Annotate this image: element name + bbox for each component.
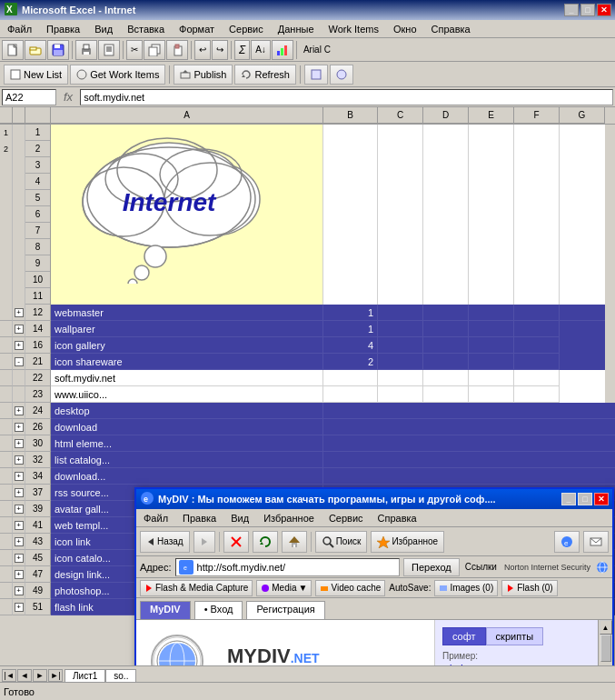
redo-button[interactable]: ↪ bbox=[212, 40, 228, 60]
cell-a12[interactable]: webmaster bbox=[51, 305, 323, 321]
next-sheet-button[interactable]: ► bbox=[33, 669, 47, 682]
level-2[interactable]: 2 bbox=[0, 141, 12, 157]
flash-count-button[interactable]: Flash (0) bbox=[501, 580, 557, 596]
extra-button-2[interactable] bbox=[330, 65, 353, 85]
expand-btn-12[interactable]: + bbox=[15, 308, 24, 317]
print-button[interactable] bbox=[75, 40, 97, 60]
cell-a34[interactable]: download... bbox=[51, 468, 323, 485]
close-button[interactable]: ✕ bbox=[597, 4, 611, 16]
prev-sheet-button[interactable]: ◄ bbox=[17, 669, 32, 682]
tab-register[interactable]: Регистрация bbox=[246, 601, 324, 619]
nav-extra-button[interactable]: e bbox=[554, 531, 580, 553]
back-button[interactable]: Назад bbox=[140, 531, 190, 553]
menu-tools[interactable]: Сервис bbox=[222, 22, 271, 36]
flash-capture-button[interactable]: Flash & Media Capture bbox=[140, 580, 253, 596]
scroll-thumb[interactable] bbox=[600, 635, 611, 662]
stop-button[interactable] bbox=[223, 531, 249, 553]
browser-menu-tools[interactable]: Сервис bbox=[322, 511, 371, 525]
get-work-items-button[interactable]: Get Work Items bbox=[70, 65, 165, 85]
level-1[interactable]: 1 bbox=[0, 125, 12, 141]
autosum-button[interactable]: Σ bbox=[234, 40, 250, 60]
cell-a30[interactable]: html eleme... bbox=[51, 435, 323, 452]
first-sheet-button[interactable]: |◄ bbox=[2, 669, 16, 682]
menu-workitems[interactable]: Work Items bbox=[322, 22, 386, 36]
browser-refresh-button[interactable] bbox=[253, 531, 278, 553]
expand-btn-14[interactable]: + bbox=[15, 325, 24, 334]
minimize-button[interactable]: _ bbox=[564, 4, 579, 16]
nav-mail-button[interactable] bbox=[583, 531, 609, 553]
video-cache-button[interactable]: Video cache bbox=[315, 580, 385, 596]
browser-menu-view[interactable]: Вид bbox=[223, 511, 256, 525]
browser-minimize-button[interactable]: _ bbox=[561, 493, 576, 505]
open-button[interactable] bbox=[25, 40, 46, 60]
expand-btn-16[interactable]: + bbox=[15, 341, 24, 350]
images-button[interactable]: Images (0) bbox=[434, 580, 498, 596]
example-value[interactable]: windows bbox=[442, 663, 481, 665]
go-button[interactable]: Переход bbox=[403, 558, 460, 576]
menu-edit[interactable]: Правка bbox=[39, 22, 87, 36]
new-button[interactable] bbox=[2, 40, 24, 60]
media-button[interactable]: Media ▼ bbox=[256, 580, 312, 596]
cell-a26[interactable]: download bbox=[51, 419, 323, 435]
cell-a14[interactable]: wallparer bbox=[51, 321, 323, 337]
name-box[interactable] bbox=[2, 89, 56, 105]
refresh-button[interactable]: Refresh bbox=[234, 65, 296, 85]
search-button[interactable]: Поиск bbox=[315, 531, 368, 553]
paste-button[interactable] bbox=[166, 40, 188, 60]
save-button[interactable] bbox=[47, 40, 69, 60]
sheet-tab-2[interactable]: so.. bbox=[105, 669, 136, 682]
cut-button[interactable]: ✂ bbox=[126, 40, 143, 60]
cell-a23[interactable]: www.uiico... bbox=[51, 386, 323, 403]
menu-format[interactable]: Формат bbox=[172, 22, 222, 36]
favorites-button[interactable]: Избранное bbox=[371, 531, 444, 553]
cell-a24[interactable]: desktop bbox=[51, 403, 323, 419]
expand-btn-21[interactable]: - bbox=[15, 357, 24, 366]
publish-button[interactable]: Publish bbox=[174, 65, 233, 85]
browser-menu-file[interactable]: Файл bbox=[136, 511, 175, 525]
tab-login[interactable]: • Вход bbox=[194, 601, 243, 619]
cell-b14[interactable]: 1 bbox=[323, 321, 378, 337]
copy-button[interactable] bbox=[144, 40, 165, 60]
sheet-tab-1[interactable]: Лист1 bbox=[64, 669, 105, 682]
menu-data[interactable]: Данные bbox=[271, 22, 322, 36]
browser-maximize-button[interactable]: □ bbox=[578, 493, 592, 505]
scroll-up-button[interactable]: ▲ bbox=[600, 620, 612, 635]
extra-button-1[interactable] bbox=[304, 65, 328, 85]
sort-asc-button[interactable]: A↓ bbox=[251, 40, 271, 60]
menu-view[interactable]: Вид bbox=[87, 22, 120, 36]
chart-button[interactable] bbox=[272, 40, 293, 60]
menu-help[interactable]: Справка bbox=[424, 22, 478, 36]
menu-window[interactable]: Окно bbox=[386, 22, 424, 36]
browser-menu-help[interactable]: Справка bbox=[371, 511, 424, 525]
maximize-button[interactable]: □ bbox=[580, 4, 595, 16]
soft-tab[interactable]: софт bbox=[442, 627, 486, 645]
menu-file[interactable]: Файл bbox=[0, 22, 39, 36]
scripts-tab[interactable]: скрипты bbox=[486, 627, 543, 645]
undo-button[interactable]: ↩ bbox=[194, 40, 211, 60]
browser-menu-favorites[interactable]: Избранное bbox=[256, 511, 322, 525]
address-value[interactable]: http://soft.mydiv.net/ bbox=[193, 562, 286, 573]
browser-menu-edit[interactable]: Правка bbox=[175, 511, 223, 525]
expand-col-16[interactable]: + bbox=[13, 337, 25, 354]
expand-col-21[interactable]: - bbox=[13, 354, 25, 370]
tab-mydiv[interactable]: MyDIV bbox=[140, 601, 191, 619]
cell-b12[interactable]: 1 bbox=[323, 305, 378, 321]
home-button[interactable] bbox=[282, 531, 307, 553]
cell-a22[interactable]: soft.mydiv.net bbox=[51, 370, 323, 386]
cell-b21[interactable]: 2 bbox=[323, 354, 378, 370]
forward-button[interactable] bbox=[193, 531, 215, 553]
browser-close-button[interactable]: ✕ bbox=[594, 493, 609, 505]
formula-input[interactable] bbox=[80, 89, 613, 105]
app-icon: X bbox=[4, 2, 18, 18]
cell-a32[interactable]: list catalog... bbox=[51, 452, 323, 468]
cell-a21[interactable]: icon shareware bbox=[51, 354, 323, 370]
expand-col-14[interactable]: + bbox=[13, 321, 25, 337]
last-sheet-button[interactable]: ►| bbox=[48, 669, 63, 682]
cell-a16[interactable]: icon gallery bbox=[51, 337, 323, 354]
expand-col-12[interactable]: + bbox=[13, 305, 25, 321]
menu-insert[interactable]: Вставка bbox=[120, 22, 172, 36]
browser-scrollbar[interactable]: ▲ ▼ bbox=[598, 620, 612, 665]
preview-button[interactable] bbox=[98, 40, 120, 60]
cell-b16[interactable]: 4 bbox=[323, 337, 378, 354]
new-list-button[interactable]: New List bbox=[4, 65, 68, 85]
